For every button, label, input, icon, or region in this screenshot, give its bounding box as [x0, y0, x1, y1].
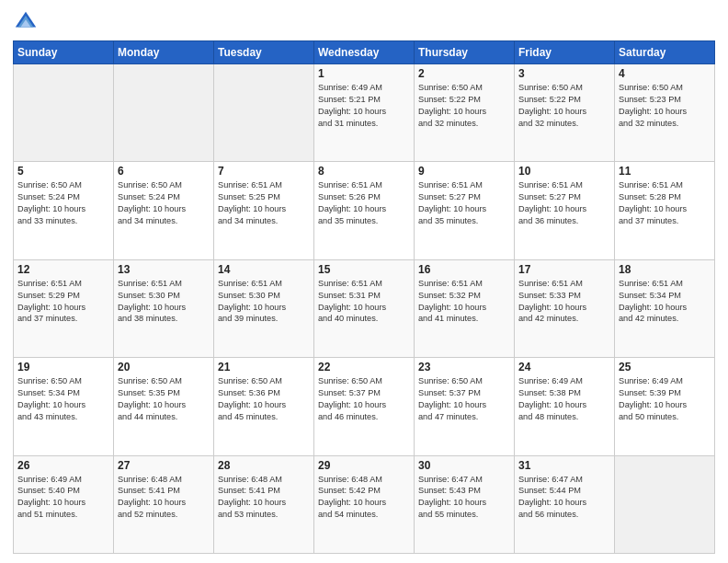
day-cell: 28Sunrise: 6:48 AM Sunset: 5:41 PM Dayli… [214, 455, 314, 553]
day-info: Sunrise: 6:50 AM Sunset: 5:24 PM Dayligh… [118, 179, 210, 227]
day-number: 18 [619, 263, 711, 276]
day-number: 29 [318, 459, 410, 472]
day-number: 5 [17, 165, 109, 178]
day-number: 2 [418, 67, 510, 80]
day-header-monday: Monday [114, 41, 214, 64]
logo-icon [13, 9, 39, 35]
day-header-thursday: Thursday [415, 41, 515, 64]
day-number: 20 [118, 361, 210, 373]
day-cell: 20Sunrise: 6:50 AM Sunset: 5:35 PM Dayli… [114, 358, 214, 455]
day-cell: 25Sunrise: 6:49 AM Sunset: 5:39 PM Dayli… [615, 358, 715, 455]
day-cell: 17Sunrise: 6:51 AM Sunset: 5:33 PM Dayli… [515, 259, 615, 357]
week-row-5: 26Sunrise: 6:49 AM Sunset: 5:40 PM Dayli… [14, 455, 715, 553]
day-number: 9 [418, 165, 510, 178]
day-info: Sunrise: 6:50 AM Sunset: 5:34 PM Dayligh… [17, 375, 109, 423]
day-info: Sunrise: 6:48 AM Sunset: 5:41 PM Dayligh… [118, 474, 210, 522]
day-cell: 10Sunrise: 6:51 AM Sunset: 5:27 PM Dayli… [515, 162, 615, 259]
day-cell: 21Sunrise: 6:50 AM Sunset: 5:36 PM Dayli… [214, 358, 314, 455]
day-number: 28 [218, 459, 310, 472]
day-header-tuesday: Tuesday [214, 41, 314, 64]
day-cell: 7Sunrise: 6:51 AM Sunset: 5:25 PM Daylig… [214, 162, 314, 259]
day-cell: 22Sunrise: 6:50 AM Sunset: 5:37 PM Dayli… [314, 358, 415, 455]
day-header-friday: Friday [515, 41, 615, 64]
week-row-1: 1Sunrise: 6:49 AM Sunset: 5:21 PM Daylig… [14, 64, 715, 162]
day-number: 19 [17, 361, 109, 373]
day-cell: 14Sunrise: 6:51 AM Sunset: 5:30 PM Dayli… [214, 259, 314, 357]
day-info: Sunrise: 6:51 AM Sunset: 5:25 PM Dayligh… [218, 179, 310, 227]
calendar-table: SundayMondayTuesdayWednesdayThursdayFrid… [13, 40, 715, 554]
day-info: Sunrise: 6:48 AM Sunset: 5:41 PM Dayligh… [218, 474, 310, 522]
day-number: 1 [318, 67, 410, 80]
day-info: Sunrise: 6:51 AM Sunset: 5:29 PM Dayligh… [17, 278, 109, 326]
day-info: Sunrise: 6:49 AM Sunset: 5:40 PM Dayligh… [17, 474, 109, 522]
day-info: Sunrise: 6:50 AM Sunset: 5:22 PM Dayligh… [518, 82, 610, 130]
day-number: 23 [418, 361, 510, 373]
day-number: 21 [218, 361, 310, 373]
day-info: Sunrise: 6:50 AM Sunset: 5:24 PM Dayligh… [17, 179, 109, 227]
day-number: 31 [518, 459, 610, 472]
day-cell: 2Sunrise: 6:50 AM Sunset: 5:22 PM Daylig… [415, 64, 515, 162]
calendar-header-row: SundayMondayTuesdayWednesdayThursdayFrid… [14, 41, 715, 64]
day-number: 14 [218, 263, 310, 276]
day-number: 8 [318, 165, 410, 178]
day-number: 10 [518, 165, 610, 178]
day-number: 3 [518, 67, 610, 80]
day-number: 15 [318, 263, 410, 276]
day-cell: 13Sunrise: 6:51 AM Sunset: 5:30 PM Dayli… [114, 259, 214, 357]
day-number: 13 [118, 263, 210, 276]
day-cell [114, 64, 214, 162]
day-cell: 9Sunrise: 6:51 AM Sunset: 5:27 PM Daylig… [415, 162, 515, 259]
day-cell: 4Sunrise: 6:50 AM Sunset: 5:23 PM Daylig… [615, 64, 715, 162]
day-number: 17 [518, 263, 610, 276]
day-info: Sunrise: 6:51 AM Sunset: 5:28 PM Dayligh… [619, 179, 711, 227]
day-info: Sunrise: 6:51 AM Sunset: 5:30 PM Dayligh… [118, 278, 210, 326]
day-info: Sunrise: 6:50 AM Sunset: 5:23 PM Dayligh… [619, 82, 711, 130]
day-info: Sunrise: 6:50 AM Sunset: 5:37 PM Dayligh… [318, 375, 410, 423]
day-info: Sunrise: 6:48 AM Sunset: 5:42 PM Dayligh… [318, 474, 410, 522]
day-number: 6 [118, 165, 210, 178]
day-info: Sunrise: 6:49 AM Sunset: 5:21 PM Dayligh… [318, 82, 410, 130]
day-cell: 6Sunrise: 6:50 AM Sunset: 5:24 PM Daylig… [114, 162, 214, 259]
day-info: Sunrise: 6:51 AM Sunset: 5:26 PM Dayligh… [318, 179, 410, 227]
day-info: Sunrise: 6:51 AM Sunset: 5:30 PM Dayligh… [218, 278, 310, 326]
day-number: 7 [218, 165, 310, 178]
day-cell: 27Sunrise: 6:48 AM Sunset: 5:41 PM Dayli… [114, 455, 214, 553]
day-cell: 5Sunrise: 6:50 AM Sunset: 5:24 PM Daylig… [14, 162, 114, 259]
week-row-2: 5Sunrise: 6:50 AM Sunset: 5:24 PM Daylig… [14, 162, 715, 259]
day-info: Sunrise: 6:47 AM Sunset: 5:43 PM Dayligh… [418, 474, 510, 522]
day-cell [214, 64, 314, 162]
header [13, 9, 715, 35]
day-info: Sunrise: 6:50 AM Sunset: 5:35 PM Dayligh… [118, 375, 210, 423]
day-cell: 11Sunrise: 6:51 AM Sunset: 5:28 PM Dayli… [615, 162, 715, 259]
day-info: Sunrise: 6:51 AM Sunset: 5:27 PM Dayligh… [518, 179, 610, 227]
day-cell: 19Sunrise: 6:50 AM Sunset: 5:34 PM Dayli… [14, 358, 114, 455]
day-cell: 31Sunrise: 6:47 AM Sunset: 5:44 PM Dayli… [515, 455, 615, 553]
day-info: Sunrise: 6:47 AM Sunset: 5:44 PM Dayligh… [518, 474, 610, 522]
day-info: Sunrise: 6:50 AM Sunset: 5:36 PM Dayligh… [218, 375, 310, 423]
day-cell: 26Sunrise: 6:49 AM Sunset: 5:40 PM Dayli… [14, 455, 114, 553]
day-info: Sunrise: 6:51 AM Sunset: 5:31 PM Dayligh… [318, 278, 410, 326]
day-cell [615, 455, 715, 553]
day-header-saturday: Saturday [615, 41, 715, 64]
day-info: Sunrise: 6:49 AM Sunset: 5:39 PM Dayligh… [619, 375, 711, 423]
logo [13, 9, 42, 35]
day-cell: 15Sunrise: 6:51 AM Sunset: 5:31 PM Dayli… [314, 259, 415, 357]
week-row-3: 12Sunrise: 6:51 AM Sunset: 5:29 PM Dayli… [14, 259, 715, 357]
day-cell: 18Sunrise: 6:51 AM Sunset: 5:34 PM Dayli… [615, 259, 715, 357]
day-info: Sunrise: 6:51 AM Sunset: 5:33 PM Dayligh… [518, 278, 610, 326]
day-cell: 12Sunrise: 6:51 AM Sunset: 5:29 PM Dayli… [14, 259, 114, 357]
day-number: 30 [418, 459, 510, 472]
day-info: Sunrise: 6:51 AM Sunset: 5:32 PM Dayligh… [418, 278, 510, 326]
day-number: 26 [17, 459, 109, 472]
day-cell: 8Sunrise: 6:51 AM Sunset: 5:26 PM Daylig… [314, 162, 415, 259]
day-info: Sunrise: 6:51 AM Sunset: 5:34 PM Dayligh… [619, 278, 711, 326]
day-number: 24 [518, 361, 610, 373]
day-info: Sunrise: 6:49 AM Sunset: 5:38 PM Dayligh… [518, 375, 610, 423]
day-header-wednesday: Wednesday [314, 41, 415, 64]
day-cell: 3Sunrise: 6:50 AM Sunset: 5:22 PM Daylig… [515, 64, 615, 162]
day-info: Sunrise: 6:50 AM Sunset: 5:22 PM Dayligh… [418, 82, 510, 130]
day-number: 11 [619, 165, 711, 178]
day-cell: 30Sunrise: 6:47 AM Sunset: 5:43 PM Dayli… [415, 455, 515, 553]
day-number: 25 [619, 361, 711, 373]
day-number: 16 [418, 263, 510, 276]
